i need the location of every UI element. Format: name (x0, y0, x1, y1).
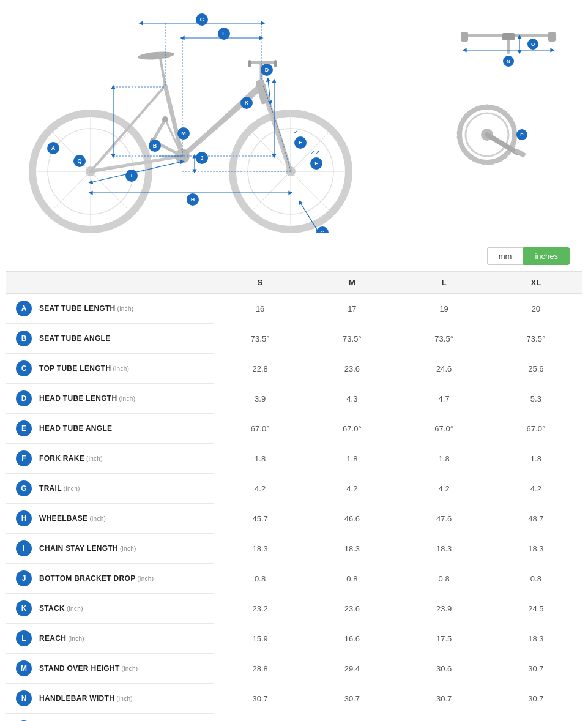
spec-badge: K (16, 600, 32, 616)
l-value: 1.8 (398, 444, 490, 474)
svg-text:C: C (200, 17, 204, 23)
m-value: 46.6 (306, 504, 398, 534)
spec-name: FORK RAKE(inch) (39, 454, 103, 463)
m-value: 4.3 (306, 384, 398, 414)
xl-value: 20 (490, 294, 582, 324)
m-value: 2.4 (306, 714, 398, 721)
s-value: 0.8 (214, 564, 306, 594)
l-column-header: L (398, 272, 490, 294)
m-value: 23.6 (306, 354, 398, 384)
xl-value: 18.3 (490, 624, 582, 654)
xl-value: 24.5 (490, 594, 582, 624)
svg-text:F: F (314, 160, 318, 166)
spec-name: STAND OVER HEIGHT(inch) (39, 664, 138, 673)
l-value: 17.5 (398, 624, 490, 654)
xl-value: 1.8 (490, 444, 582, 474)
svg-text:↙↗: ↙↗ (310, 149, 320, 155)
spec-badge: J (16, 570, 32, 586)
spec-badge: A (16, 301, 32, 316)
spec-unit: (inch) (86, 455, 103, 462)
spec-label-cell: KSTACK(inch) (6, 594, 214, 624)
spec-name: SEAT TUBE LENGTH(inch) (39, 304, 133, 313)
s-value: 45.7 (214, 504, 306, 534)
spec-badge: N (16, 690, 32, 706)
svg-line-15 (182, 84, 260, 156)
spec-label-cell: LREACH(inch) (6, 624, 214, 654)
detail-diagrams: N O P (447, 18, 570, 171)
spec-unit: (inch) (89, 515, 106, 522)
mm-button[interactable]: mm (487, 247, 524, 265)
m-value: 67.0° (306, 414, 398, 444)
l-value: 4.7 (398, 384, 490, 414)
spec-unit: (inch) (137, 575, 154, 582)
l-value: 30.7 (398, 684, 490, 714)
xl-column-header: XL (490, 272, 582, 294)
s-value: 22.8 (214, 354, 306, 384)
svg-text:M: M (181, 130, 186, 136)
s-value: 4.2 (214, 474, 306, 504)
m-value: 23.6 (306, 594, 398, 624)
m-value: 1.8 (306, 444, 398, 474)
l-value: 67.0° (398, 414, 490, 444)
spec-badge: H (16, 510, 32, 526)
xl-value: 48.7 (490, 504, 582, 534)
inches-button[interactable]: inches (523, 247, 570, 265)
spec-name: REACH(inch) (39, 634, 84, 643)
spec-column-header (6, 272, 214, 294)
spec-unit: (inch) (122, 665, 138, 672)
table-row: CTOP TUBE LENGTH(inch)22.823.624.625.6 (6, 354, 582, 384)
spec-label-cell: DHEAD TUBE LENGTH(inch) (6, 384, 214, 414)
l-value: 73.5° (398, 324, 490, 354)
svg-text:P: P (520, 132, 524, 138)
xl-value: 0.8 (490, 564, 582, 594)
m-value: 17 (306, 294, 398, 324)
svg-point-28 (162, 116, 168, 122)
m-value: 30.7 (306, 684, 398, 714)
s-value: 23.2 (214, 594, 306, 624)
s-value: 28.8 (214, 654, 306, 684)
table-row: DHEAD TUBE LENGTH(inch)3.94.34.75.3 (6, 384, 582, 414)
svg-text:N: N (507, 59, 510, 64)
xl-value: 67.0° (490, 414, 582, 444)
spec-badge: C (16, 360, 32, 376)
spec-name: WHEELBASE(inch) (39, 514, 106, 523)
svg-line-18 (92, 156, 182, 170)
unit-toggle-section[interactable]: mm inches (0, 241, 588, 271)
svg-text:J: J (200, 155, 203, 161)
table-row: LREACH(inch)15.916.617.518.3 (6, 624, 582, 654)
spec-badge: M (16, 660, 32, 676)
svg-text:I: I (131, 173, 133, 179)
spec-name: CHAIN STAY LENGTH(inch) (39, 544, 136, 553)
spec-label-cell: JBOTTOM BRACKET DROP(inch) (6, 564, 214, 594)
spec-badge: B (16, 331, 32, 346)
spec-name: HANDLEBAR WIDTH(inch) (39, 694, 133, 703)
s-column-header: S (214, 272, 306, 294)
spec-label-cell: ICHAIN STAY LENGTH(inch) (6, 534, 214, 564)
table-row: EHEAD TUBE ANGLE67.0°67.0°67.0°67.0° (6, 414, 582, 444)
svg-text:Q: Q (77, 158, 81, 164)
l-value: 19 (398, 294, 490, 324)
svg-text:K: K (245, 100, 249, 106)
svg-text:E: E (299, 140, 302, 146)
spec-unit: (inch) (68, 635, 84, 642)
spec-unit: (inch) (67, 605, 83, 612)
spec-name: TOP TUBE LENGTH(inch) (39, 364, 129, 373)
l-value: 30.6 (398, 654, 490, 684)
spec-badge: G (16, 480, 32, 496)
s-value: 30.7 (214, 684, 306, 714)
svg-text:O: O (531, 42, 535, 47)
xl-value: 73.5° (490, 324, 582, 354)
s-value: 3.9 (214, 384, 306, 414)
m-value: 73.5° (306, 324, 398, 354)
bike-diagram-section: ↙↗ ↙ A B C D E F (0, 0, 588, 241)
l-value: 18.3 (398, 534, 490, 564)
svg-rect-86 (502, 33, 515, 40)
l-value: 2.4 (398, 714, 490, 721)
spec-unit: (inch) (113, 365, 129, 372)
spec-badge: E (16, 420, 32, 436)
spec-unit: (inch) (116, 695, 133, 702)
s-value: 67.0° (214, 414, 306, 444)
l-value: 24.6 (398, 354, 490, 384)
xl-value: 2.8 (490, 714, 582, 721)
main-bike-diagram: ↙↗ ↙ A B C D E F (18, 12, 435, 235)
